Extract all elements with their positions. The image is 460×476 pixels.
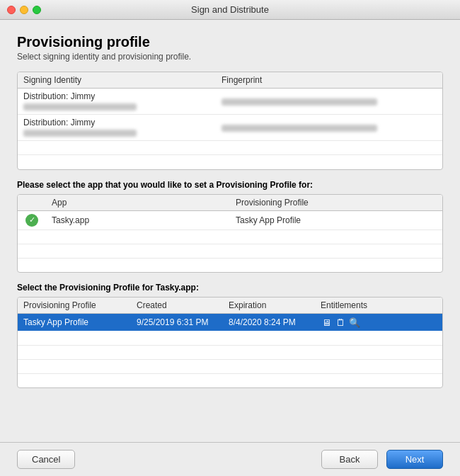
blurred-text: [23, 130, 137, 137]
empty-row: [18, 331, 442, 345]
blurred-text: [23, 103, 137, 110]
title-bar: Sign and Distribute: [0, 0, 460, 20]
signing-identity-cell: Distribution: Jimmy: [18, 115, 216, 141]
window-title: Sign and Distribute: [191, 4, 269, 15]
app-selection-section: Please select the app that you would lik…: [17, 180, 443, 273]
blurred-fingerprint: [222, 125, 377, 132]
check-icon: ✓: [25, 214, 38, 227]
prov-expiration-col: Expiration: [223, 298, 315, 314]
list-icon[interactable]: 🗒: [335, 317, 346, 328]
prov-entitlements-cell: 🖥 🗒 🔍: [315, 314, 442, 332]
signing-identity-table: Signing Identity Fingerprint Distributio…: [18, 72, 442, 169]
close-button[interactable]: [7, 6, 16, 14]
app-name-cell: Tasky.app: [46, 210, 230, 230]
prov-entitlements-col: Entitlements: [315, 298, 442, 314]
main-content: Provisioning profile Select signing iden…: [0, 20, 460, 442]
signing-identity-cell: Distribution: Jimmy: [18, 89, 216, 115]
fingerprint-cell: [216, 89, 442, 115]
table-row[interactable]: Distribution: Jimmy: [18, 115, 442, 141]
provisioning-profile-col: Provisioning Profile: [230, 195, 442, 211]
table-row[interactable]: Tasky App Profile 9/25/2019 6:31 PM 8/4/…: [18, 314, 442, 332]
app-section-label: Please select the app that you would lik…: [17, 180, 443, 190]
provisioning-table: Provisioning Profile Created Expiration …: [18, 298, 442, 387]
empty-row: [18, 230, 442, 244]
app-table-container: App Provisioning Profile ✓ Tasky.app Tas…: [17, 194, 443, 273]
minimize-button[interactable]: [20, 6, 28, 14]
table-row[interactable]: Distribution: Jimmy: [18, 89, 442, 115]
signing-identity-col-header: Signing Identity: [18, 72, 216, 89]
prov-created-col: Created: [131, 298, 223, 314]
maximize-button[interactable]: [33, 6, 41, 14]
search-icon[interactable]: 🔍: [349, 317, 360, 328]
prov-expiration-cell: 8/4/2020 8:24 PM: [223, 314, 315, 332]
next-button[interactable]: Next: [386, 450, 443, 469]
empty-row: [18, 244, 442, 258]
prov-name-cell: Tasky App Profile: [18, 314, 131, 332]
blurred-fingerprint: [222, 98, 377, 106]
monitor-icon[interactable]: 🖥: [321, 317, 332, 328]
cancel-button[interactable]: Cancel: [17, 450, 75, 469]
app-name-col: App: [46, 195, 230, 211]
empty-row: [18, 373, 442, 387]
app-check-cell: ✓: [18, 210, 46, 230]
signing-identity-table-container: Signing Identity Fingerprint Distributio…: [17, 72, 443, 170]
table-row[interactable]: ✓ Tasky.app Tasky App Profile: [18, 210, 442, 230]
back-button[interactable]: Back: [321, 450, 378, 469]
app-table: App Provisioning Profile ✓ Tasky.app Tas…: [18, 195, 442, 273]
page-header: Provisioning profile Select signing iden…: [17, 34, 443, 62]
signing-identity-section: Signing Identity Fingerprint Distributio…: [17, 72, 443, 170]
empty-row: [18, 345, 442, 359]
provisioning-table-container: Provisioning Profile Created Expiration …: [17, 297, 443, 388]
traffic-lights: [7, 6, 41, 14]
page-subtitle: Select signing identity and provisioning…: [17, 52, 443, 62]
provisioning-profile-section: Select the Provisioning Profile for Task…: [17, 283, 443, 388]
provisioning-section-label: Select the Provisioning Profile for Task…: [17, 283, 443, 293]
fingerprint-col-header: Fingerprint: [216, 72, 442, 89]
empty-row: [18, 258, 442, 272]
footer-right-buttons: Back Next: [321, 450, 443, 469]
empty-row: [18, 141, 442, 155]
prov-profile-col: Provisioning Profile: [18, 298, 131, 314]
prov-created-cell: 9/25/2019 6:31 PM: [131, 314, 223, 332]
empty-row: [18, 359, 442, 373]
app-profile-cell: Tasky App Profile: [230, 210, 442, 230]
fingerprint-cell: [216, 115, 442, 141]
app-check-col: [18, 195, 46, 211]
page-title: Provisioning profile: [17, 34, 443, 50]
empty-row: [18, 155, 442, 169]
footer: Cancel Back Next: [0, 442, 460, 476]
entitlement-icons: 🖥 🗒 🔍: [321, 317, 360, 328]
